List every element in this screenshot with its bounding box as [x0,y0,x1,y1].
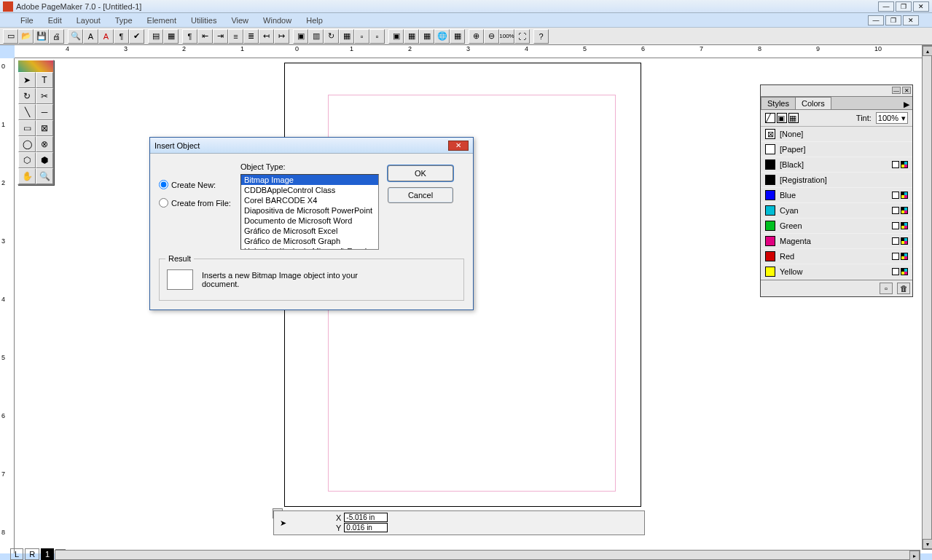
tool-outdent[interactable]: ↤ [259,29,274,44]
doc-restore-button[interactable]: ❐ [885,15,901,25]
tool-zoomin[interactable]: ⊕ [469,29,484,44]
both-swatch[interactable]: ▦ [788,113,799,123]
object-type-option[interactable]: CDDBAppleControl Class [241,185,378,195]
tool-link1[interactable]: ▦ [404,29,419,44]
tool-link2[interactable]: ▦ [419,29,434,44]
tool-actual[interactable]: 100% [499,29,514,44]
vertical-scrollbar[interactable]: ▴ ▾ [922,45,932,550]
tab-styles[interactable]: Styles [761,97,796,109]
tool-link3[interactable]: 🌐 [434,29,450,44]
menu-type[interactable]: Type [108,15,140,26]
object-type-option[interactable]: Gráfico de Microsoft Graph [241,236,378,246]
zoom-tool[interactable]: 🔍 [36,168,53,184]
object-type-option[interactable]: Bitmap Image [241,175,378,185]
menu-utilities[interactable]: Utilities [184,15,224,26]
minimize-button[interactable]: — [878,1,894,12]
page-1[interactable]: 1 [41,548,54,560]
menu-window[interactable]: Window [256,15,299,26]
tab-colors[interactable]: Colors [795,97,831,109]
color-item[interactable]: [Registration] [761,173,912,188]
panel-menu-arrow[interactable]: ▶ [901,100,912,109]
color-item[interactable]: Cyan [761,203,912,218]
color-item[interactable]: Red [761,249,912,264]
doc-minimize-button[interactable]: — [868,15,884,25]
tool-new[interactable]: ▭ [3,29,18,44]
tool-bullets[interactable]: ≡ [228,29,243,44]
pointer-tool[interactable]: ➤ [18,72,36,88]
object-type-option[interactable]: Documento de Microsoft Word [241,216,378,226]
radio-create-new[interactable]: Create New: [159,180,232,189]
hand-tool[interactable]: ✋ [18,168,36,184]
object-type-option[interactable]: Hoja de cálculo de Microsoft Excel [241,246,378,250]
y-field[interactable] [344,523,388,532]
color-item[interactable]: Yellow [761,264,912,280]
text-tool[interactable]: T [36,72,53,88]
ellipse-frame-tool[interactable]: ⊗ [36,136,53,152]
cancel-button[interactable]: Cancel [388,187,453,203]
tool-indent-dec[interactable]: ⇤ [197,29,213,44]
menu-view[interactable]: View [224,15,256,26]
rectangle-tool[interactable]: ▭ [18,120,36,136]
horizontal-scrollbar[interactable]: ▸ [55,550,920,560]
scroll-up-arrow[interactable]: ▴ [923,46,932,56]
radio-create-from-file[interactable]: Create from File: [159,198,232,208]
tool-frameopt[interactable]: ▥ [308,29,324,44]
tool-spellcheck[interactable]: A [98,29,114,44]
rect-frame-tool[interactable]: ⊠ [36,120,53,136]
line-tool[interactable]: ╲ [18,104,36,120]
scroll-down-arrow[interactable]: ▾ [923,539,932,549]
x-field[interactable] [344,513,388,522]
polygon-tool[interactable]: ⬡ [18,152,36,168]
dialog-close-button[interactable]: ✕ [448,141,469,151]
tool-tab[interactable]: ¶ [182,29,197,44]
ellipse-tool[interactable]: ◯ [18,136,36,152]
tool-update[interactable]: ↻ [324,29,339,44]
polygon-frame-tool[interactable]: ⬢ [36,152,53,168]
tool-fill[interactable]: ▤ [148,29,163,44]
stroke-swatch[interactable]: ╱ [765,113,775,123]
master-page-l[interactable]: L [10,548,23,560]
color-item[interactable]: Green [761,218,912,234]
delete-color-button[interactable]: 🗑 [897,283,910,294]
dialog-titlebar[interactable]: Insert Object ✕ [150,138,473,154]
ok-button[interactable]: OK [388,165,453,181]
tool-photoshop[interactable]: ▣ [388,29,404,44]
doc-close-button[interactable]: ✕ [903,15,919,25]
tool-print[interactable]: 🖨 [49,29,64,44]
tool-indent-inc[interactable]: ⇥ [213,29,228,44]
menu-layout[interactable]: Layout [69,15,108,26]
tool-help[interactable]: ? [533,29,549,44]
maximize-button[interactable]: ❐ [896,1,912,12]
tool-insertpg[interactable]: ▫ [354,29,369,44]
tool-frame[interactable]: ▦ [163,29,179,44]
color-item[interactable]: [Paper] [761,142,912,157]
tool-indent[interactable]: ↦ [274,29,289,44]
menu-element[interactable]: Element [140,15,184,26]
scroll-right-arrow[interactable]: ▸ [909,551,920,560]
toolbox-header[interactable] [18,60,53,72]
tool-char[interactable]: A [83,29,98,44]
object-type-option[interactable]: Corel BARCODE X4 [241,195,378,205]
object-type-option[interactable]: Diapositiva de Microsoft PowerPoint [241,205,378,216]
new-color-button[interactable]: ▫ [880,283,893,294]
master-page-r[interactable]: R [25,548,39,560]
tool-fit[interactable]: ⛶ [514,29,530,44]
tool-zoomout[interactable]: ⊖ [484,29,499,44]
color-item[interactable]: [Black] [761,157,912,173]
tool-place[interactable]: ▦ [339,29,354,44]
close-button[interactable]: ✕ [913,1,929,12]
menu-help[interactable]: Help [299,15,330,26]
tint-dropdown[interactable]: 100% ▾ [876,112,908,124]
object-type-option[interactable]: Gráfico de Microsoft Excel [241,226,378,236]
color-item[interactable]: Magenta [761,234,912,249]
tool-link4[interactable]: ▦ [450,29,465,44]
color-item[interactable]: Blue [761,188,912,203]
crop-tool[interactable]: ✂ [36,88,53,104]
tool-para[interactable]: ¶ [114,29,129,44]
constrain-line-tool[interactable]: ─ [36,104,53,120]
tool-deletepg[interactable]: ▫ [369,29,385,44]
panel-minimize-button[interactable]: — [892,87,901,94]
tool-textwrap[interactable]: ▣ [293,29,308,44]
rotate-tool[interactable]: ↻ [18,88,36,104]
tool-numbers[interactable]: ≣ [243,29,259,44]
